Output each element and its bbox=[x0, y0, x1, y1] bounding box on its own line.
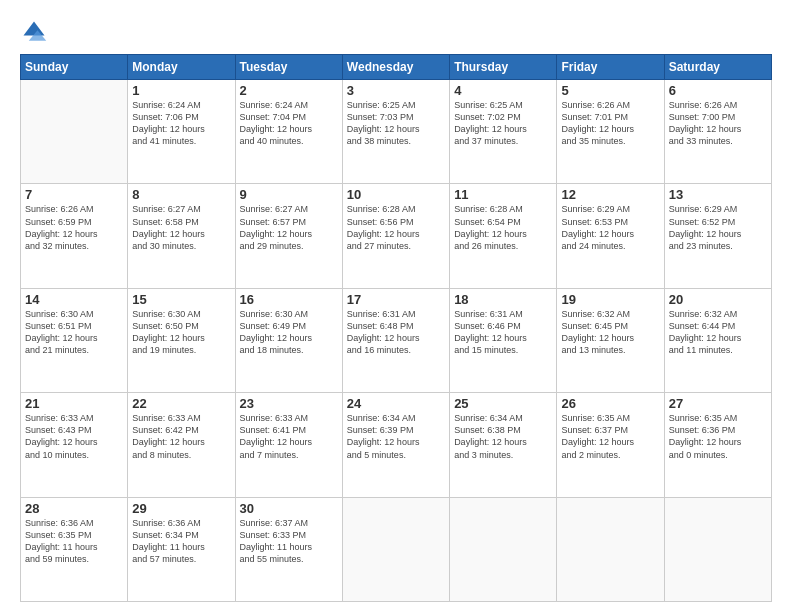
cell-info: Sunrise: 6:24 AM Sunset: 7:06 PM Dayligh… bbox=[132, 99, 230, 148]
svg-marker-0 bbox=[24, 22, 45, 36]
cell-info: Sunrise: 6:25 AM Sunset: 7:03 PM Dayligh… bbox=[347, 99, 445, 148]
calendar-cell: 30Sunrise: 6:37 AM Sunset: 6:33 PM Dayli… bbox=[235, 497, 342, 601]
page-header bbox=[20, 18, 772, 46]
day-header-saturday: Saturday bbox=[664, 55, 771, 80]
calendar-cell: 11Sunrise: 6:28 AM Sunset: 6:54 PM Dayli… bbox=[450, 184, 557, 288]
day-number: 15 bbox=[132, 292, 230, 307]
day-number: 8 bbox=[132, 187, 230, 202]
day-number: 26 bbox=[561, 396, 659, 411]
calendar-cell: 28Sunrise: 6:36 AM Sunset: 6:35 PM Dayli… bbox=[21, 497, 128, 601]
cell-info: Sunrise: 6:25 AM Sunset: 7:02 PM Dayligh… bbox=[454, 99, 552, 148]
cell-info: Sunrise: 6:24 AM Sunset: 7:04 PM Dayligh… bbox=[240, 99, 338, 148]
calendar-cell: 8Sunrise: 6:27 AM Sunset: 6:58 PM Daylig… bbox=[128, 184, 235, 288]
calendar-cell: 19Sunrise: 6:32 AM Sunset: 6:45 PM Dayli… bbox=[557, 288, 664, 392]
cell-info: Sunrise: 6:27 AM Sunset: 6:57 PM Dayligh… bbox=[240, 203, 338, 252]
day-number: 4 bbox=[454, 83, 552, 98]
calendar-week-5: 28Sunrise: 6:36 AM Sunset: 6:35 PM Dayli… bbox=[21, 497, 772, 601]
calendar-cell: 10Sunrise: 6:28 AM Sunset: 6:56 PM Dayli… bbox=[342, 184, 449, 288]
cell-info: Sunrise: 6:26 AM Sunset: 7:00 PM Dayligh… bbox=[669, 99, 767, 148]
calendar-cell: 18Sunrise: 6:31 AM Sunset: 6:46 PM Dayli… bbox=[450, 288, 557, 392]
cell-info: Sunrise: 6:35 AM Sunset: 6:37 PM Dayligh… bbox=[561, 412, 659, 461]
calendar-table: SundayMondayTuesdayWednesdayThursdayFrid… bbox=[20, 54, 772, 602]
cell-info: Sunrise: 6:30 AM Sunset: 6:49 PM Dayligh… bbox=[240, 308, 338, 357]
day-header-sunday: Sunday bbox=[21, 55, 128, 80]
cell-info: Sunrise: 6:28 AM Sunset: 6:54 PM Dayligh… bbox=[454, 203, 552, 252]
cell-info: Sunrise: 6:30 AM Sunset: 6:51 PM Dayligh… bbox=[25, 308, 123, 357]
calendar-week-3: 14Sunrise: 6:30 AM Sunset: 6:51 PM Dayli… bbox=[21, 288, 772, 392]
calendar-cell: 13Sunrise: 6:29 AM Sunset: 6:52 PM Dayli… bbox=[664, 184, 771, 288]
calendar-cell: 25Sunrise: 6:34 AM Sunset: 6:38 PM Dayli… bbox=[450, 393, 557, 497]
calendar-week-2: 7Sunrise: 6:26 AM Sunset: 6:59 PM Daylig… bbox=[21, 184, 772, 288]
cell-info: Sunrise: 6:36 AM Sunset: 6:34 PM Dayligh… bbox=[132, 517, 230, 566]
calendar-cell: 3Sunrise: 6:25 AM Sunset: 7:03 PM Daylig… bbox=[342, 80, 449, 184]
calendar-cell: 17Sunrise: 6:31 AM Sunset: 6:48 PM Dayli… bbox=[342, 288, 449, 392]
calendar-cell: 1Sunrise: 6:24 AM Sunset: 7:06 PM Daylig… bbox=[128, 80, 235, 184]
day-number: 23 bbox=[240, 396, 338, 411]
day-number: 18 bbox=[454, 292, 552, 307]
calendar-cell: 5Sunrise: 6:26 AM Sunset: 7:01 PM Daylig… bbox=[557, 80, 664, 184]
calendar-cell: 20Sunrise: 6:32 AM Sunset: 6:44 PM Dayli… bbox=[664, 288, 771, 392]
day-number: 24 bbox=[347, 396, 445, 411]
cell-info: Sunrise: 6:26 AM Sunset: 6:59 PM Dayligh… bbox=[25, 203, 123, 252]
day-header-monday: Monday bbox=[128, 55, 235, 80]
day-number: 13 bbox=[669, 187, 767, 202]
day-number: 10 bbox=[347, 187, 445, 202]
cell-info: Sunrise: 6:31 AM Sunset: 6:48 PM Dayligh… bbox=[347, 308, 445, 357]
calendar-cell bbox=[664, 497, 771, 601]
calendar-week-4: 21Sunrise: 6:33 AM Sunset: 6:43 PM Dayli… bbox=[21, 393, 772, 497]
day-number: 21 bbox=[25, 396, 123, 411]
cell-info: Sunrise: 6:36 AM Sunset: 6:35 PM Dayligh… bbox=[25, 517, 123, 566]
calendar-cell: 9Sunrise: 6:27 AM Sunset: 6:57 PM Daylig… bbox=[235, 184, 342, 288]
day-number: 7 bbox=[25, 187, 123, 202]
calendar-header-row: SundayMondayTuesdayWednesdayThursdayFrid… bbox=[21, 55, 772, 80]
calendar-cell: 26Sunrise: 6:35 AM Sunset: 6:37 PM Dayli… bbox=[557, 393, 664, 497]
cell-info: Sunrise: 6:29 AM Sunset: 6:53 PM Dayligh… bbox=[561, 203, 659, 252]
calendar-cell bbox=[21, 80, 128, 184]
calendar-header: SundayMondayTuesdayWednesdayThursdayFrid… bbox=[21, 55, 772, 80]
day-number: 2 bbox=[240, 83, 338, 98]
day-number: 20 bbox=[669, 292, 767, 307]
day-number: 12 bbox=[561, 187, 659, 202]
logo-icon bbox=[20, 18, 48, 46]
cell-info: Sunrise: 6:30 AM Sunset: 6:50 PM Dayligh… bbox=[132, 308, 230, 357]
day-number: 9 bbox=[240, 187, 338, 202]
day-header-tuesday: Tuesday bbox=[235, 55, 342, 80]
cell-info: Sunrise: 6:32 AM Sunset: 6:44 PM Dayligh… bbox=[669, 308, 767, 357]
cell-info: Sunrise: 6:28 AM Sunset: 6:56 PM Dayligh… bbox=[347, 203, 445, 252]
cell-info: Sunrise: 6:37 AM Sunset: 6:33 PM Dayligh… bbox=[240, 517, 338, 566]
cell-info: Sunrise: 6:26 AM Sunset: 7:01 PM Dayligh… bbox=[561, 99, 659, 148]
day-header-wednesday: Wednesday bbox=[342, 55, 449, 80]
day-number: 22 bbox=[132, 396, 230, 411]
calendar-body: 1Sunrise: 6:24 AM Sunset: 7:06 PM Daylig… bbox=[21, 80, 772, 602]
cell-info: Sunrise: 6:33 AM Sunset: 6:43 PM Dayligh… bbox=[25, 412, 123, 461]
calendar-cell: 14Sunrise: 6:30 AM Sunset: 6:51 PM Dayli… bbox=[21, 288, 128, 392]
calendar-cell: 16Sunrise: 6:30 AM Sunset: 6:49 PM Dayli… bbox=[235, 288, 342, 392]
calendar-cell bbox=[342, 497, 449, 601]
logo bbox=[20, 18, 52, 46]
calendar-cell: 12Sunrise: 6:29 AM Sunset: 6:53 PM Dayli… bbox=[557, 184, 664, 288]
calendar-cell: 4Sunrise: 6:25 AM Sunset: 7:02 PM Daylig… bbox=[450, 80, 557, 184]
cell-info: Sunrise: 6:34 AM Sunset: 6:39 PM Dayligh… bbox=[347, 412, 445, 461]
cell-info: Sunrise: 6:33 AM Sunset: 6:42 PM Dayligh… bbox=[132, 412, 230, 461]
calendar-cell: 7Sunrise: 6:26 AM Sunset: 6:59 PM Daylig… bbox=[21, 184, 128, 288]
day-number: 11 bbox=[454, 187, 552, 202]
calendar-week-1: 1Sunrise: 6:24 AM Sunset: 7:06 PM Daylig… bbox=[21, 80, 772, 184]
day-number: 14 bbox=[25, 292, 123, 307]
calendar-cell: 6Sunrise: 6:26 AM Sunset: 7:00 PM Daylig… bbox=[664, 80, 771, 184]
day-header-friday: Friday bbox=[557, 55, 664, 80]
day-number: 6 bbox=[669, 83, 767, 98]
calendar-cell bbox=[450, 497, 557, 601]
calendar-cell: 15Sunrise: 6:30 AM Sunset: 6:50 PM Dayli… bbox=[128, 288, 235, 392]
day-number: 30 bbox=[240, 501, 338, 516]
cell-info: Sunrise: 6:29 AM Sunset: 6:52 PM Dayligh… bbox=[669, 203, 767, 252]
cell-info: Sunrise: 6:27 AM Sunset: 6:58 PM Dayligh… bbox=[132, 203, 230, 252]
calendar-cell: 23Sunrise: 6:33 AM Sunset: 6:41 PM Dayli… bbox=[235, 393, 342, 497]
calendar-cell: 27Sunrise: 6:35 AM Sunset: 6:36 PM Dayli… bbox=[664, 393, 771, 497]
cell-info: Sunrise: 6:32 AM Sunset: 6:45 PM Dayligh… bbox=[561, 308, 659, 357]
day-number: 5 bbox=[561, 83, 659, 98]
calendar-cell: 22Sunrise: 6:33 AM Sunset: 6:42 PM Dayli… bbox=[128, 393, 235, 497]
calendar-cell bbox=[557, 497, 664, 601]
calendar-cell: 2Sunrise: 6:24 AM Sunset: 7:04 PM Daylig… bbox=[235, 80, 342, 184]
day-number: 16 bbox=[240, 292, 338, 307]
day-number: 1 bbox=[132, 83, 230, 98]
